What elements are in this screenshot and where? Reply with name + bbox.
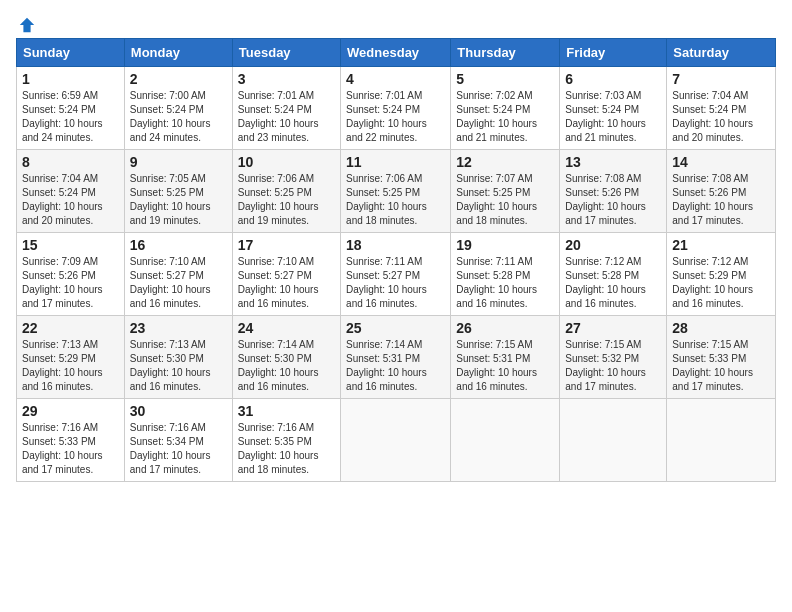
- calendar-body: 1 Sunrise: 6:59 AMSunset: 5:24 PMDayligh…: [17, 67, 776, 482]
- day-number: 11: [346, 154, 445, 170]
- day-info: Sunrise: 7:11 AMSunset: 5:28 PMDaylight:…: [456, 256, 537, 309]
- day-number: 16: [130, 237, 227, 253]
- calendar-cell: 18 Sunrise: 7:11 AMSunset: 5:27 PMDaylig…: [341, 233, 451, 316]
- calendar-cell: 17 Sunrise: 7:10 AMSunset: 5:27 PMDaylig…: [232, 233, 340, 316]
- day-number: 25: [346, 320, 445, 336]
- calendar-cell: 12 Sunrise: 7:07 AMSunset: 5:25 PMDaylig…: [451, 150, 560, 233]
- day-number: 18: [346, 237, 445, 253]
- calendar-cell: 10 Sunrise: 7:06 AMSunset: 5:25 PMDaylig…: [232, 150, 340, 233]
- day-info: Sunrise: 7:10 AMSunset: 5:27 PMDaylight:…: [238, 256, 319, 309]
- day-number: 2: [130, 71, 227, 87]
- calendar-week-1: 1 Sunrise: 6:59 AMSunset: 5:24 PMDayligh…: [17, 67, 776, 150]
- calendar-cell: 2 Sunrise: 7:00 AMSunset: 5:24 PMDayligh…: [124, 67, 232, 150]
- weekday-header-thursday: Thursday: [451, 39, 560, 67]
- page-header: [16, 16, 776, 28]
- calendar-cell: [560, 399, 667, 482]
- weekday-header-sunday: Sunday: [17, 39, 125, 67]
- calendar-week-2: 8 Sunrise: 7:04 AMSunset: 5:24 PMDayligh…: [17, 150, 776, 233]
- day-info: Sunrise: 7:05 AMSunset: 5:25 PMDaylight:…: [130, 173, 211, 226]
- calendar-cell: 23 Sunrise: 7:13 AMSunset: 5:30 PMDaylig…: [124, 316, 232, 399]
- day-number: 4: [346, 71, 445, 87]
- weekday-header-tuesday: Tuesday: [232, 39, 340, 67]
- calendar-cell: 15 Sunrise: 7:09 AMSunset: 5:26 PMDaylig…: [17, 233, 125, 316]
- day-info: Sunrise: 7:08 AMSunset: 5:26 PMDaylight:…: [565, 173, 646, 226]
- calendar-cell: 29 Sunrise: 7:16 AMSunset: 5:33 PMDaylig…: [17, 399, 125, 482]
- day-info: Sunrise: 7:16 AMSunset: 5:33 PMDaylight:…: [22, 422, 103, 475]
- calendar-cell: 13 Sunrise: 7:08 AMSunset: 5:26 PMDaylig…: [560, 150, 667, 233]
- day-info: Sunrise: 7:08 AMSunset: 5:26 PMDaylight:…: [672, 173, 753, 226]
- calendar-week-5: 29 Sunrise: 7:16 AMSunset: 5:33 PMDaylig…: [17, 399, 776, 482]
- day-number: 22: [22, 320, 119, 336]
- day-info: Sunrise: 7:15 AMSunset: 5:33 PMDaylight:…: [672, 339, 753, 392]
- calendar-cell: 14 Sunrise: 7:08 AMSunset: 5:26 PMDaylig…: [667, 150, 776, 233]
- day-info: Sunrise: 7:13 AMSunset: 5:30 PMDaylight:…: [130, 339, 211, 392]
- day-info: Sunrise: 7:01 AMSunset: 5:24 PMDaylight:…: [238, 90, 319, 143]
- day-number: 17: [238, 237, 335, 253]
- calendar-cell: 1 Sunrise: 6:59 AMSunset: 5:24 PMDayligh…: [17, 67, 125, 150]
- calendar-cell: 6 Sunrise: 7:03 AMSunset: 5:24 PMDayligh…: [560, 67, 667, 150]
- calendar-cell: 19 Sunrise: 7:11 AMSunset: 5:28 PMDaylig…: [451, 233, 560, 316]
- calendar-cell: 20 Sunrise: 7:12 AMSunset: 5:28 PMDaylig…: [560, 233, 667, 316]
- weekday-header-saturday: Saturday: [667, 39, 776, 67]
- calendar-cell: 3 Sunrise: 7:01 AMSunset: 5:24 PMDayligh…: [232, 67, 340, 150]
- day-number: 7: [672, 71, 770, 87]
- day-info: Sunrise: 7:15 AMSunset: 5:32 PMDaylight:…: [565, 339, 646, 392]
- logo-icon: [18, 16, 36, 34]
- day-info: Sunrise: 7:04 AMSunset: 5:24 PMDaylight:…: [672, 90, 753, 143]
- calendar-cell: 9 Sunrise: 7:05 AMSunset: 5:25 PMDayligh…: [124, 150, 232, 233]
- day-info: Sunrise: 7:04 AMSunset: 5:24 PMDaylight:…: [22, 173, 103, 226]
- day-info: Sunrise: 7:14 AMSunset: 5:30 PMDaylight:…: [238, 339, 319, 392]
- day-number: 20: [565, 237, 661, 253]
- day-info: Sunrise: 7:13 AMSunset: 5:29 PMDaylight:…: [22, 339, 103, 392]
- day-number: 21: [672, 237, 770, 253]
- calendar-cell: 7 Sunrise: 7:04 AMSunset: 5:24 PMDayligh…: [667, 67, 776, 150]
- calendar-cell: 4 Sunrise: 7:01 AMSunset: 5:24 PMDayligh…: [341, 67, 451, 150]
- calendar-cell: 22 Sunrise: 7:13 AMSunset: 5:29 PMDaylig…: [17, 316, 125, 399]
- calendar-cell: 8 Sunrise: 7:04 AMSunset: 5:24 PMDayligh…: [17, 150, 125, 233]
- logo: [16, 16, 36, 28]
- weekday-header-wednesday: Wednesday: [341, 39, 451, 67]
- calendar-cell: 25 Sunrise: 7:14 AMSunset: 5:31 PMDaylig…: [341, 316, 451, 399]
- day-info: Sunrise: 7:10 AMSunset: 5:27 PMDaylight:…: [130, 256, 211, 309]
- weekday-header-monday: Monday: [124, 39, 232, 67]
- calendar-cell: [667, 399, 776, 482]
- day-info: Sunrise: 7:15 AMSunset: 5:31 PMDaylight:…: [456, 339, 537, 392]
- day-number: 14: [672, 154, 770, 170]
- day-number: 10: [238, 154, 335, 170]
- day-number: 13: [565, 154, 661, 170]
- day-number: 30: [130, 403, 227, 419]
- calendar-cell: 16 Sunrise: 7:10 AMSunset: 5:27 PMDaylig…: [124, 233, 232, 316]
- calendar-cell: [341, 399, 451, 482]
- day-info: Sunrise: 7:12 AMSunset: 5:28 PMDaylight:…: [565, 256, 646, 309]
- calendar-table: SundayMondayTuesdayWednesdayThursdayFrid…: [16, 38, 776, 482]
- day-info: Sunrise: 7:06 AMSunset: 5:25 PMDaylight:…: [346, 173, 427, 226]
- calendar-cell: 5 Sunrise: 7:02 AMSunset: 5:24 PMDayligh…: [451, 67, 560, 150]
- day-number: 5: [456, 71, 554, 87]
- calendar-cell: 26 Sunrise: 7:15 AMSunset: 5:31 PMDaylig…: [451, 316, 560, 399]
- day-info: Sunrise: 7:01 AMSunset: 5:24 PMDaylight:…: [346, 90, 427, 143]
- day-info: Sunrise: 7:16 AMSunset: 5:34 PMDaylight:…: [130, 422, 211, 475]
- day-number: 26: [456, 320, 554, 336]
- calendar-cell: 24 Sunrise: 7:14 AMSunset: 5:30 PMDaylig…: [232, 316, 340, 399]
- weekday-header-friday: Friday: [560, 39, 667, 67]
- day-info: Sunrise: 7:09 AMSunset: 5:26 PMDaylight:…: [22, 256, 103, 309]
- day-number: 29: [22, 403, 119, 419]
- calendar-cell: [451, 399, 560, 482]
- day-number: 3: [238, 71, 335, 87]
- calendar-cell: 28 Sunrise: 7:15 AMSunset: 5:33 PMDaylig…: [667, 316, 776, 399]
- calendar-week-3: 15 Sunrise: 7:09 AMSunset: 5:26 PMDaylig…: [17, 233, 776, 316]
- day-number: 6: [565, 71, 661, 87]
- day-info: Sunrise: 7:12 AMSunset: 5:29 PMDaylight:…: [672, 256, 753, 309]
- day-number: 31: [238, 403, 335, 419]
- calendar-cell: 31 Sunrise: 7:16 AMSunset: 5:35 PMDaylig…: [232, 399, 340, 482]
- day-info: Sunrise: 7:00 AMSunset: 5:24 PMDaylight:…: [130, 90, 211, 143]
- day-number: 28: [672, 320, 770, 336]
- day-number: 9: [130, 154, 227, 170]
- calendar-cell: 21 Sunrise: 7:12 AMSunset: 5:29 PMDaylig…: [667, 233, 776, 316]
- day-info: Sunrise: 7:02 AMSunset: 5:24 PMDaylight:…: [456, 90, 537, 143]
- day-number: 1: [22, 71, 119, 87]
- calendar-cell: 11 Sunrise: 7:06 AMSunset: 5:25 PMDaylig…: [341, 150, 451, 233]
- day-number: 8: [22, 154, 119, 170]
- day-info: Sunrise: 7:06 AMSunset: 5:25 PMDaylight:…: [238, 173, 319, 226]
- day-info: Sunrise: 6:59 AMSunset: 5:24 PMDaylight:…: [22, 90, 103, 143]
